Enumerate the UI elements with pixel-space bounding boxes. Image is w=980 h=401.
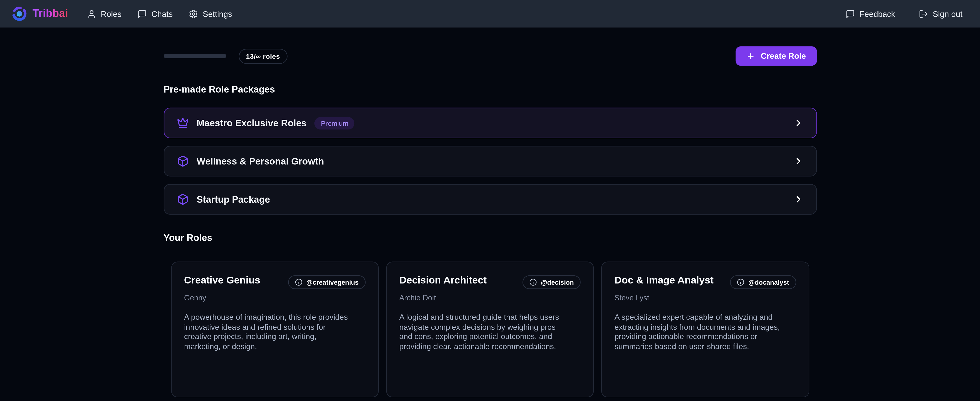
chevron-right-icon xyxy=(793,156,803,166)
role-handle: @creativegenius xyxy=(306,278,359,286)
package-row-maestro[interactable]: Maestro Exclusive Roles Premium xyxy=(163,108,816,138)
package-name: Maestro Exclusive Roles xyxy=(197,118,307,128)
info-icon xyxy=(737,278,745,286)
premium-badge: Premium xyxy=(315,117,355,129)
role-description: A logical and structured guide that help… xyxy=(399,313,566,352)
brand-logo[interactable]: Tribbai xyxy=(11,6,68,22)
role-title: Creative Genius xyxy=(184,275,260,286)
role-card-doc-image-analyst[interactable]: Doc & Image Analyst @docanalyst Steve Ly… xyxy=(601,262,809,397)
package-row-startup[interactable]: Startup Package xyxy=(163,184,816,214)
gear-icon xyxy=(189,9,198,18)
top-navbar: Tribbai Roles Chats Settings xyxy=(0,0,980,27)
info-icon xyxy=(295,278,303,286)
brand-name: Tribbai xyxy=(32,8,68,20)
role-title: Doc & Image Analyst xyxy=(614,275,713,286)
logout-icon xyxy=(919,9,928,18)
package-icon xyxy=(177,155,189,167)
package-list: Maestro Exclusive Roles Premium Wellness… xyxy=(163,108,816,215)
roles-toolbar: 13/∞ roles Create Role xyxy=(163,46,816,66)
info-icon xyxy=(530,278,537,286)
navbar-right: Feedback Sign out xyxy=(846,9,969,18)
package-icon xyxy=(177,193,189,205)
roles-usage-progress-bar xyxy=(163,54,226,58)
roles-count-badge: 13/∞ roles xyxy=(239,48,288,63)
role-subtitle: Steve Lyst xyxy=(614,294,796,302)
role-title: Decision Architect xyxy=(399,275,487,286)
feedback-button[interactable]: Feedback xyxy=(846,9,895,18)
chevron-right-icon xyxy=(793,194,803,204)
role-card-decision-architect[interactable]: Decision Architect @decision Archie Doit… xyxy=(386,262,594,397)
create-role-label: Create Role xyxy=(760,51,806,61)
plus-icon xyxy=(746,52,755,61)
role-cards-grid: Creative Genius @creativegenius Genny A … xyxy=(163,262,816,401)
crown-icon xyxy=(177,117,189,129)
user-icon xyxy=(87,9,96,18)
role-description: A specialized expert capable of analyzin… xyxy=(614,313,781,352)
role-handle-badge[interactable]: @decision xyxy=(523,275,581,289)
sign-out-label: Sign out xyxy=(932,9,963,18)
sign-out-button[interactable]: Sign out xyxy=(919,9,963,18)
nav-item-label: Chats xyxy=(151,9,173,18)
app-window: Tribbai Roles Chats Settings xyxy=(0,0,980,401)
chat-icon xyxy=(846,9,855,18)
chevron-right-icon xyxy=(793,118,803,128)
primary-nav: Roles Chats Settings xyxy=(87,9,232,18)
feedback-label: Feedback xyxy=(859,9,895,18)
role-subtitle: Genny xyxy=(184,294,366,302)
create-role-button[interactable]: Create Role xyxy=(736,46,816,66)
nav-item-label: Settings xyxy=(203,9,232,18)
role-handle: @decision xyxy=(541,278,574,286)
packages-section-title: Pre-made Role Packages xyxy=(163,84,816,94)
role-handle-badge[interactable]: @docanalyst xyxy=(730,275,796,289)
nav-item-roles[interactable]: Roles xyxy=(87,9,121,18)
tribbai-logo-icon xyxy=(11,6,27,22)
role-card-creative-genius[interactable]: Creative Genius @creativegenius Genny A … xyxy=(171,262,379,397)
chat-icon xyxy=(138,9,147,18)
card-header: Doc & Image Analyst @docanalyst xyxy=(614,275,796,289)
main-content: 13/∞ roles Create Role Pre-made Role Pac… xyxy=(163,46,816,401)
package-name: Startup Package xyxy=(197,194,270,204)
role-description: A powerhouse of imagination, this role p… xyxy=(184,313,351,352)
package-name: Wellness & Personal Growth xyxy=(197,156,324,166)
nav-item-label: Roles xyxy=(101,9,121,18)
role-subtitle: Archie Doit xyxy=(399,294,581,302)
nav-item-chats[interactable]: Chats xyxy=(138,9,173,18)
role-handle-badge[interactable]: @creativegenius xyxy=(288,275,365,289)
your-roles-section-title: Your Roles xyxy=(163,232,816,243)
nav-item-settings[interactable]: Settings xyxy=(189,9,232,18)
role-handle: @docanalyst xyxy=(748,278,789,286)
package-row-wellness[interactable]: Wellness & Personal Growth xyxy=(163,146,816,177)
card-header: Creative Genius @creativegenius xyxy=(184,275,366,289)
card-header: Decision Architect @decision xyxy=(399,275,581,289)
